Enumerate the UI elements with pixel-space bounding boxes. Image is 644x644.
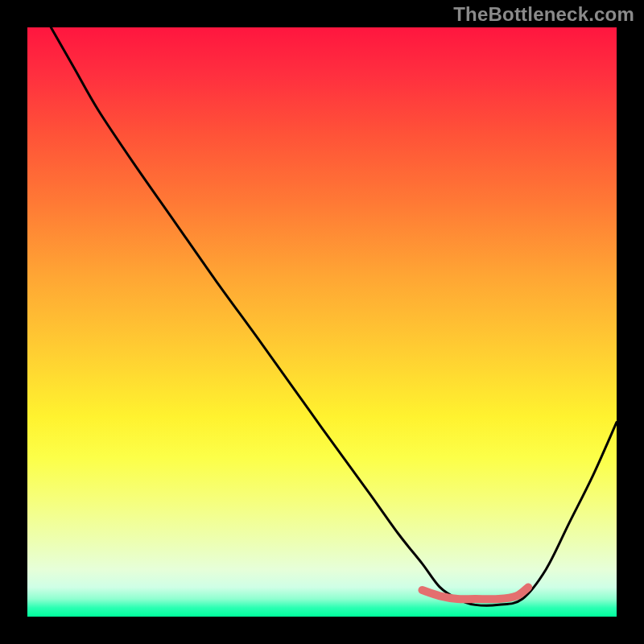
chart-curves [51, 27, 617, 605]
plot-area [27, 27, 617, 617]
chart-container: TheBottleneck.com [0, 0, 644, 644]
series-bottleneck-curve [51, 27, 617, 605]
series-highlight-segment [422, 587, 528, 599]
watermark-text: TheBottleneck.com [453, 3, 634, 26]
curve-layer [27, 27, 617, 617]
